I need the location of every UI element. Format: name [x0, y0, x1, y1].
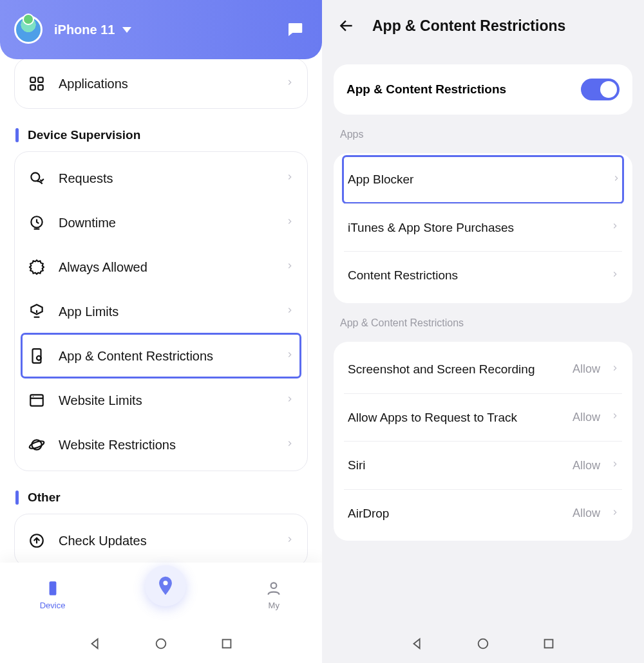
android-nav-right: [322, 627, 644, 663]
chevron-right-icon: [285, 439, 294, 451]
always-allowed-label: Always Allowed: [59, 260, 147, 275]
airdrop-row[interactable]: AirDrop Allow: [344, 489, 622, 537]
chevron-down-icon[interactable]: [122, 27, 131, 33]
applications-card: Applications: [14, 59, 308, 109]
tab-device[interactable]: Device: [40, 580, 66, 610]
svg-point-20: [156, 639, 166, 649]
restrictions-card: Screenshot and Screen Recording Allow Al…: [334, 342, 632, 541]
website-restrictions-row[interactable]: Website Restrictions: [21, 422, 301, 467]
airdrop-label: AirDrop: [348, 505, 389, 522]
svg-point-14: [28, 440, 44, 450]
website-limits-label: Website Limits: [59, 393, 142, 408]
section-accent-bar: [15, 490, 19, 505]
nav-home-button[interactable]: [154, 637, 168, 653]
group-apps-label: Apps: [340, 129, 632, 140]
android-nav-left: [0, 627, 322, 663]
chevron-right-icon: [285, 306, 294, 317]
svg-rect-1: [291, 29, 297, 31]
chat-icon: [285, 20, 305, 39]
svg-rect-21: [223, 640, 231, 648]
chevron-right-icon: [611, 270, 620, 281]
tab-my[interactable]: My: [265, 580, 282, 610]
svg-point-12: [33, 396, 34, 397]
siri-row[interactable]: Siri Allow: [344, 441, 622, 489]
itunes-purchases-label: iTunes & App Store Purchases: [348, 219, 514, 236]
nav-home-button[interactable]: [476, 637, 490, 653]
allow-track-row[interactable]: Allow Apps to Request to Track Allow: [344, 393, 622, 442]
other-card: Check Updates: [14, 514, 308, 563]
content-restrictions-label: Content Restrictions: [348, 267, 458, 284]
master-toggle-label: App & Content Restrictions: [346, 82, 506, 97]
applications-row[interactable]: Applications: [21, 61, 301, 106]
left-header: iPhone 11: [0, 0, 322, 59]
allow-track-value: Allow: [573, 411, 600, 424]
page-title: App & Content Restrictions: [372, 17, 565, 35]
downtime-row[interactable]: Downtime: [21, 200, 301, 245]
content-restrictions-row[interactable]: Content Restrictions: [344, 251, 622, 299]
svg-point-9: [37, 356, 41, 360]
app-blocker-label: App Blocker: [348, 171, 413, 188]
update-arrow-icon: [26, 530, 47, 551]
svg-point-18: [271, 583, 277, 588]
tab-location[interactable]: [145, 565, 186, 606]
grid-icon: [26, 73, 47, 94]
section-supervision-title: Device Supervision: [28, 128, 140, 142]
svg-rect-2: [30, 77, 35, 82]
app-limits-row[interactable]: App Limits: [21, 289, 301, 333]
arrow-left-icon: [338, 17, 355, 34]
screenshot-recording-row[interactable]: Screenshot and Screen Recording Allow: [344, 346, 622, 393]
planet-icon: [26, 434, 47, 455]
app-blocker-row[interactable]: App Blocker: [343, 156, 623, 203]
svg-marker-23: [414, 639, 420, 649]
section-other-title: Other: [28, 490, 61, 505]
location-pin-icon: [155, 575, 176, 597]
chevron-right-icon: [611, 460, 620, 471]
applications-label: Applications: [59, 77, 128, 91]
chevron-right-icon: [285, 395, 294, 406]
master-toggle[interactable]: [581, 79, 620, 100]
svg-point-6: [31, 173, 39, 181]
nav-recents-button[interactable]: [220, 637, 234, 653]
svg-rect-25: [545, 640, 553, 648]
requests-row[interactable]: Requests: [21, 156, 301, 200]
svg-rect-3: [38, 77, 43, 82]
chevron-right-icon: [285, 217, 294, 229]
website-restrictions-label: Website Restrictions: [59, 438, 176, 453]
back-button[interactable]: [334, 13, 359, 39]
clock-icon: [26, 212, 47, 233]
nav-back-button[interactable]: [88, 637, 102, 653]
browser-icon: [26, 390, 47, 411]
device-selector-label[interactable]: iPhone 11: [54, 23, 115, 37]
chevron-right-icon: [285, 535, 294, 546]
app-content-restrictions-row[interactable]: App & Content Restrictions: [21, 333, 301, 378]
section-supervision-header: Device Supervision: [15, 128, 308, 142]
requests-label: Requests: [59, 171, 113, 186]
supervision-card: Requests Downtime Always Allowed App Lim…: [14, 151, 308, 471]
chevron-right-icon: [285, 173, 294, 184]
svg-rect-0: [291, 26, 299, 28]
airdrop-value: Allow: [573, 507, 600, 520]
check-updates-row[interactable]: Check Updates: [21, 518, 301, 563]
app-content-restrictions-label: App & Content Restrictions: [59, 349, 213, 364]
chevron-right-icon: [611, 364, 620, 375]
avatar[interactable]: [14, 15, 43, 44]
website-limits-row[interactable]: Website Limits: [21, 378, 301, 422]
device-gear-icon: [26, 346, 47, 366]
app-limits-label: App Limits: [59, 304, 118, 319]
svg-rect-4: [30, 85, 35, 90]
nav-back-button[interactable]: [410, 637, 424, 653]
section-other-header: Other: [15, 490, 308, 505]
chevron-right-icon: [611, 411, 620, 423]
always-allowed-row[interactable]: Always Allowed: [21, 245, 301, 289]
tab-device-label: Device: [40, 601, 66, 610]
nav-recents-button[interactable]: [542, 637, 556, 653]
itunes-purchases-row[interactable]: iTunes & App Store Purchases: [344, 203, 622, 252]
screenshot-recording-value: Allow: [573, 362, 600, 376]
messages-button[interactable]: [282, 17, 308, 42]
chevron-right-icon: [285, 350, 294, 362]
chevron-right-icon: [611, 221, 620, 233]
phone-icon: [44, 580, 61, 597]
right-header: App & Content Restrictions: [322, 0, 644, 51]
cube-timer-icon: [26, 301, 47, 322]
badge-icon: [26, 257, 47, 277]
